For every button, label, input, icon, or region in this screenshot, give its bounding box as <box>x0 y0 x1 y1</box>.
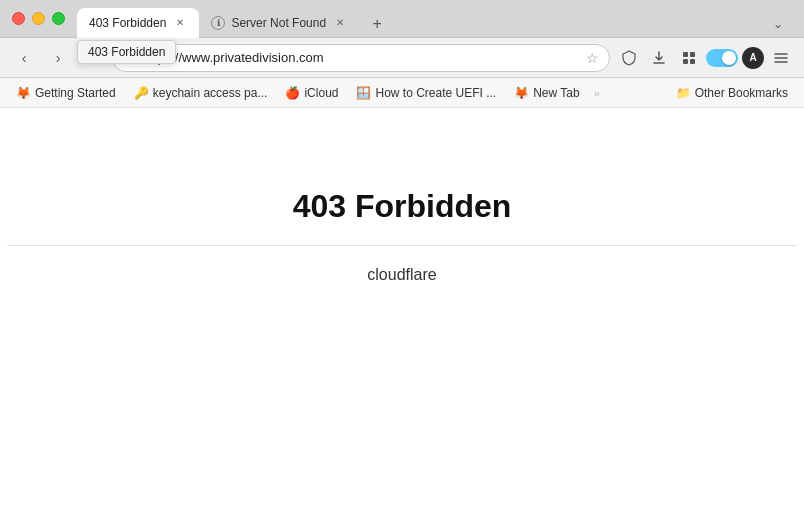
profile-avatar[interactable]: A <box>742 47 764 69</box>
bookmark-star-icon[interactable]: ☆ <box>586 50 599 66</box>
error-subtext: cloudflare <box>367 266 436 284</box>
bookmarks-bar: 🦊 Getting Started 🔑 keychain access pa..… <box>0 78 804 108</box>
forward-button[interactable]: › <box>44 44 72 72</box>
error-heading: 403 Forbidden <box>293 188 512 225</box>
new-tab-button[interactable]: + <box>363 10 391 38</box>
traffic-lights <box>12 12 65 25</box>
windows-icon: 🪟 <box>356 86 371 100</box>
tab-1-tooltip: 403 Forbidden <box>77 40 176 64</box>
minimize-button[interactable] <box>32 12 45 25</box>
bookmark-getting-started[interactable]: 🦊 Getting Started <box>8 83 124 103</box>
firefox-icon: 🦊 <box>16 86 31 100</box>
bookmark-uefi[interactable]: 🪟 How to Create UEFI ... <box>348 83 504 103</box>
tab-1[interactable]: 403 Forbidden ✕ 403 Forbidden <box>77 8 199 38</box>
title-bar: 403 Forbidden ✕ 403 Forbidden ℹ Server N… <box>0 0 804 38</box>
bookmark-uefi-label: How to Create UEFI ... <box>375 86 496 100</box>
info-icon: ℹ <box>211 16 225 30</box>
maximize-button[interactable] <box>52 12 65 25</box>
close-button[interactable] <box>12 12 25 25</box>
toggle-switch[interactable] <box>706 49 738 67</box>
tab-2-close[interactable]: ✕ <box>332 15 347 30</box>
download-icon[interactable] <box>646 45 672 71</box>
menu-button[interactable] <box>768 45 794 71</box>
bookmark-keychain[interactable]: 🔑 keychain access pa... <box>126 83 276 103</box>
svg-rect-0 <box>683 52 688 57</box>
pocket-icon[interactable] <box>616 45 642 71</box>
keychain-icon: 🔑 <box>134 86 149 100</box>
bookmark-new-tab[interactable]: 🦊 New Tab <box>506 83 587 103</box>
address-input[interactable] <box>143 50 580 65</box>
svg-rect-1 <box>690 52 695 57</box>
other-bookmarks[interactable]: 📁 Other Bookmarks <box>668 83 796 103</box>
folder-icon: 📁 <box>676 86 691 100</box>
bookmark-new-tab-label: New Tab <box>533 86 579 100</box>
bookmark-keychain-label: keychain access pa... <box>153 86 268 100</box>
bookmark-icloud[interactable]: 🍎 iCloud <box>277 83 346 103</box>
tab-1-title: 403 Forbidden <box>89 16 166 30</box>
content-area: 403 Forbidden cloudflare <box>0 108 804 511</box>
address-bar-wrapper[interactable]: 🔒 ☆ <box>112 44 610 72</box>
tabs-row: 403 Forbidden ✕ 403 Forbidden ℹ Server N… <box>77 0 792 38</box>
bookmark-getting-started-label: Getting Started <box>35 86 116 100</box>
error-divider <box>7 245 797 246</box>
firefox-icon-2: 🦊 <box>514 86 529 100</box>
svg-rect-2 <box>683 59 688 64</box>
tab-2[interactable]: ℹ Server Not Found ✕ <box>199 8 359 38</box>
back-button[interactable]: ‹ <box>10 44 38 72</box>
extensions-icon[interactable] <box>676 45 702 71</box>
other-bookmarks-label: Other Bookmarks <box>695 86 788 100</box>
bookmark-icloud-label: iCloud <box>304 86 338 100</box>
svg-rect-3 <box>690 59 695 64</box>
more-bookmarks-chevron[interactable]: » <box>594 87 600 99</box>
tab-1-close[interactable]: ✕ <box>172 15 187 30</box>
tab-list-button[interactable]: ⌄ <box>764 10 792 38</box>
nav-actions: A <box>616 45 794 71</box>
tab-2-title: Server Not Found <box>231 16 326 30</box>
apple-icon: 🍎 <box>285 86 300 100</box>
